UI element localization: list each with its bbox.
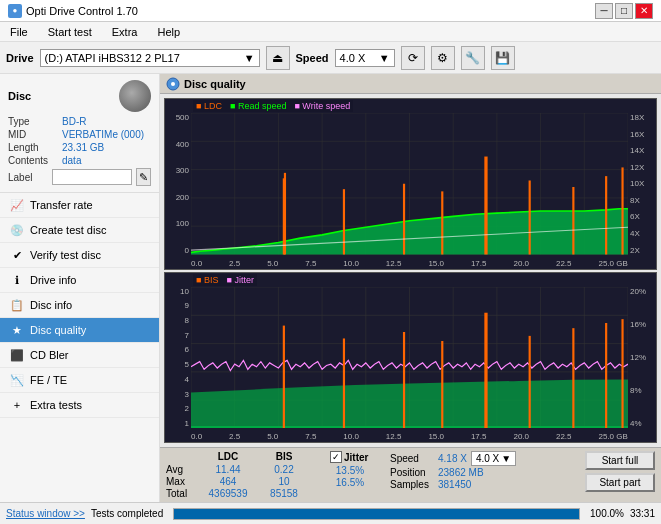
nav-item-extra-tests[interactable]: +Extra tests bbox=[0, 393, 159, 418]
max-label: Max bbox=[166, 476, 198, 487]
titlebar-left: ● Opti Drive Control 1.70 bbox=[8, 4, 138, 18]
jitter-avg-row: 13.5% bbox=[330, 465, 370, 476]
y2-3: 3 bbox=[185, 390, 189, 399]
window-controls[interactable]: ─ □ ✕ bbox=[595, 3, 653, 19]
disc-quality-title: Disc quality bbox=[184, 78, 246, 90]
start-full-button[interactable]: Start full bbox=[585, 451, 655, 470]
save-button[interactable]: 💾 bbox=[491, 46, 515, 70]
nav-item-disc-quality[interactable]: ★Disc quality bbox=[0, 318, 159, 343]
position-value: 23862 MB bbox=[438, 467, 484, 478]
bis-header: BIS bbox=[258, 451, 310, 462]
menu-extra[interactable]: Extra bbox=[106, 25, 144, 39]
nav-item-cd-bler[interactable]: ⬛CD Bler bbox=[0, 343, 159, 368]
statusbar: Status window >> Tests completed 100.0% … bbox=[0, 502, 661, 524]
y-label-8x: 8X bbox=[630, 196, 656, 205]
position-row: Position 23862 MB bbox=[390, 467, 516, 478]
chart-ldc: ■ LDC ■ Read speed ■ Write speed 500 400… bbox=[164, 98, 657, 270]
nav-item-fe-te[interactable]: 📉FE / TE bbox=[0, 368, 159, 393]
stats-bar: LDC BIS Avg 11.44 0.22 Max 464 10 Total … bbox=[160, 447, 661, 502]
speed-row: Speed 4.18 X 4.0 X ▼ bbox=[390, 451, 516, 466]
nav-label-transfer-rate: Transfer rate bbox=[30, 199, 93, 211]
disc-length-row: Length 23.31 GB bbox=[8, 142, 151, 153]
label-input[interactable] bbox=[52, 169, 132, 185]
nav-item-create-test-disc[interactable]: 💿Create test disc bbox=[0, 218, 159, 243]
avg-bis: 0.22 bbox=[258, 464, 310, 475]
contents-label: Contents bbox=[8, 155, 58, 166]
menu-start-test[interactable]: Start test bbox=[42, 25, 98, 39]
legend-write-speed: ■ Write speed bbox=[294, 101, 350, 111]
nav-icon-fe-te: 📉 bbox=[10, 373, 24, 387]
settings-button1[interactable]: ⚙ bbox=[431, 46, 455, 70]
nav-label-drive-info: Drive info bbox=[30, 274, 76, 286]
eject-button[interactable]: ⏏ bbox=[266, 46, 290, 70]
length-label: Length bbox=[8, 142, 58, 153]
total-label: Total bbox=[166, 488, 198, 499]
menu-file[interactable]: File bbox=[4, 25, 34, 39]
drive-select[interactable]: (D:) ATAPI iHBS312 2 PL17 ▼ bbox=[40, 49, 260, 67]
nav-item-drive-info[interactable]: ℹDrive info bbox=[0, 268, 159, 293]
status-window-link[interactable]: Status window >> bbox=[6, 508, 85, 519]
titlebar: ● Opti Drive Control 1.70 ─ □ ✕ bbox=[0, 0, 661, 22]
y-label-14x: 14X bbox=[630, 146, 656, 155]
legend-ldc: ■ LDC bbox=[196, 101, 222, 111]
y2-4pct: 4% bbox=[630, 419, 656, 428]
speed-select-dropdown[interactable]: 4.0 X ▼ bbox=[471, 451, 516, 466]
disc-icon bbox=[119, 80, 151, 112]
charts-area: ■ LDC ■ Read speed ■ Write speed 500 400… bbox=[160, 94, 661, 447]
position-label: Position bbox=[390, 467, 434, 478]
label-edit-button[interactable]: ✎ bbox=[136, 168, 151, 186]
close-button[interactable]: ✕ bbox=[635, 3, 653, 19]
y2-9: 9 bbox=[185, 301, 189, 310]
y-axis-right-1: 18X 16X 14X 12X 10X 8X 6X 4X 2X bbox=[628, 113, 656, 255]
progress-percent: 100.0% bbox=[590, 508, 624, 519]
jitter-checkbox[interactable]: ✓ bbox=[330, 451, 342, 463]
y-axis-left-1: 500 400 300 200 100 0 bbox=[165, 113, 191, 255]
y-label-4x: 4X bbox=[630, 229, 656, 238]
label-label: Label bbox=[8, 172, 48, 183]
y-axis-right-2: 20% 16% 12% 8% 4% bbox=[628, 287, 656, 429]
disc-label-row: Label ✎ bbox=[8, 168, 151, 186]
y2-4: 4 bbox=[185, 375, 189, 384]
main-layout: Disc Type BD-R MID VERBATIMe (000) Lengt… bbox=[0, 74, 661, 502]
y2-16pct: 16% bbox=[630, 320, 656, 329]
disc-contents-row: Contents data bbox=[8, 155, 151, 166]
ldc-bis-stats: LDC BIS Avg 11.44 0.22 Max 464 10 Total … bbox=[166, 451, 310, 499]
settings-button2[interactable]: 🔧 bbox=[461, 46, 485, 70]
y-label-16x: 16X bbox=[630, 130, 656, 139]
disc-title: Disc bbox=[8, 90, 31, 102]
maximize-button[interactable]: □ bbox=[615, 3, 633, 19]
start-part-button[interactable]: Start part bbox=[585, 473, 655, 492]
nav-item-disc-info[interactable]: 📋Disc info bbox=[0, 293, 159, 318]
x2-17.5: 17.5 bbox=[471, 432, 487, 441]
disc-header: Disc bbox=[8, 80, 151, 112]
y2-12pct: 12% bbox=[630, 353, 656, 362]
nav-label-fe-te: FE / TE bbox=[30, 374, 67, 386]
x2-10: 10.0 bbox=[343, 432, 359, 441]
refresh-button[interactable]: ⟳ bbox=[401, 46, 425, 70]
x-12.5: 12.5 bbox=[386, 259, 402, 268]
chart1-svg bbox=[191, 113, 628, 255]
speed-select[interactable]: 4.0 X ▼ bbox=[335, 49, 395, 67]
ldc-header: LDC bbox=[202, 451, 254, 462]
speed-value: 4.0 X bbox=[340, 52, 366, 64]
mid-value: VERBATIMe (000) bbox=[62, 129, 144, 140]
nav-label-disc-info: Disc info bbox=[30, 299, 72, 311]
max-ldc: 464 bbox=[202, 476, 254, 487]
disc-quality-header: Disc quality bbox=[160, 74, 661, 94]
sidebar: Disc Type BD-R MID VERBATIMe (000) Lengt… bbox=[0, 74, 160, 502]
action-buttons: Start full Start part bbox=[585, 451, 655, 492]
samples-row: Samples 381450 bbox=[390, 479, 516, 490]
jitter-avg: 13.5% bbox=[330, 465, 370, 476]
nav-label-extra-tests: Extra tests bbox=[30, 399, 82, 411]
x-15: 15.0 bbox=[428, 259, 444, 268]
minimize-button[interactable]: ─ bbox=[595, 3, 613, 19]
speed-label: Speed bbox=[296, 52, 329, 64]
chart-bis: ■ BIS ■ Jitter 10 9 8 7 6 5 4 3 2 1 bbox=[164, 272, 657, 444]
nav-item-verify-test-disc[interactable]: ✔Verify test disc bbox=[0, 243, 159, 268]
menu-help[interactable]: Help bbox=[151, 25, 186, 39]
nav-list: 📈Transfer rate💿Create test disc✔Verify t… bbox=[0, 193, 159, 418]
nav-label-verify-test-disc: Verify test disc bbox=[30, 249, 101, 261]
nav-item-transfer-rate[interactable]: 📈Transfer rate bbox=[0, 193, 159, 218]
y-label-10x: 10X bbox=[630, 179, 656, 188]
y2-7: 7 bbox=[185, 331, 189, 340]
